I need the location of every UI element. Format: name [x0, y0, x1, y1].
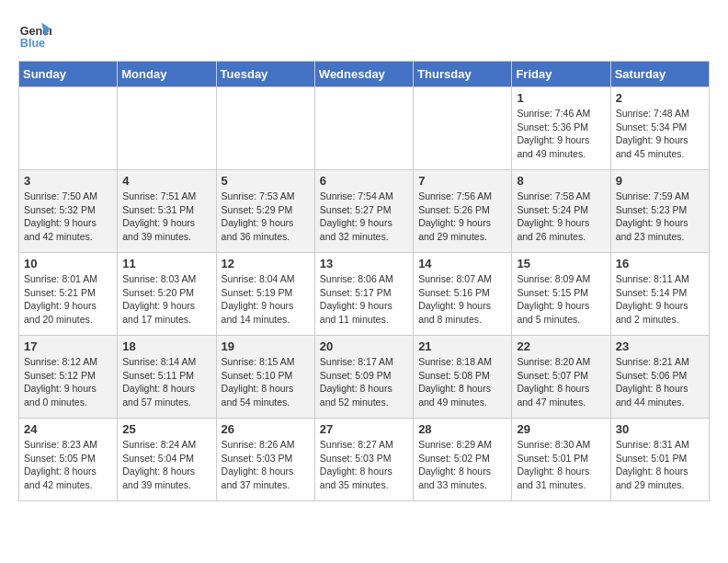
day-number: 18	[122, 339, 210, 353]
calendar-cell: 26Sunrise: 8:26 AM Sunset: 5:03 PM Dayli…	[216, 419, 314, 501]
day-number: 16	[616, 257, 704, 270]
day-number: 2	[616, 91, 704, 105]
day-info: Sunrise: 8:26 AM Sunset: 5:03 PM Dayligh…	[222, 438, 310, 492]
day-info: Sunrise: 7:51 AM Sunset: 5:31 PM Dayligh…	[122, 190, 210, 244]
calendar-cell: 21Sunrise: 8:18 AM Sunset: 5:08 PM Dayli…	[414, 336, 512, 419]
day-number: 9	[616, 174, 704, 188]
calendar-cell: 15Sunrise: 8:09 AM Sunset: 5:15 PM Dayli…	[512, 253, 610, 336]
calendar-cell: 11Sunrise: 8:03 AM Sunset: 5:20 PM Dayli…	[118, 253, 216, 336]
calendar-cell	[414, 87, 512, 170]
weekday-header: Tuesday	[216, 62, 314, 87]
day-number: 14	[418, 257, 506, 270]
calendar-cell: 28Sunrise: 8:29 AM Sunset: 5:02 PM Dayli…	[414, 419, 512, 501]
day-info: Sunrise: 8:15 AM Sunset: 5:10 PM Dayligh…	[222, 355, 310, 409]
calendar-cell: 18Sunrise: 8:14 AM Sunset: 5:11 PM Dayli…	[118, 336, 216, 419]
day-info: Sunrise: 8:31 AM Sunset: 5:01 PM Dayligh…	[616, 438, 704, 492]
calendar-cell: 7Sunrise: 7:56 AM Sunset: 5:26 PM Daylig…	[414, 170, 512, 253]
calendar-cell	[118, 87, 216, 170]
day-number: 19	[222, 339, 310, 353]
weekday-header: Sunday	[19, 62, 118, 87]
svg-text:Blue: Blue	[20, 37, 45, 50]
calendar-cell: 3Sunrise: 7:50 AM Sunset: 5:32 PM Daylig…	[19, 170, 118, 253]
day-info: Sunrise: 8:30 AM Sunset: 5:01 PM Dayligh…	[517, 438, 605, 492]
calendar-cell: 10Sunrise: 8:01 AM Sunset: 5:21 PM Dayli…	[19, 253, 118, 336]
day-number: 29	[517, 422, 605, 436]
calendar-week-row: 24Sunrise: 8:23 AM Sunset: 5:05 PM Dayli…	[19, 419, 710, 501]
day-info: Sunrise: 7:46 AM Sunset: 5:36 PM Dayligh…	[517, 107, 605, 161]
calendar-cell: 23Sunrise: 8:21 AM Sunset: 5:06 PM Dayli…	[610, 336, 709, 419]
day-number: 3	[24, 174, 112, 188]
calendar-cell: 9Sunrise: 7:59 AM Sunset: 5:23 PM Daylig…	[610, 170, 709, 253]
calendar-cell: 20Sunrise: 8:17 AM Sunset: 5:09 PM Dayli…	[314, 336, 413, 419]
day-info: Sunrise: 8:06 AM Sunset: 5:17 PM Dayligh…	[320, 272, 408, 327]
calendar-cell: 22Sunrise: 8:20 AM Sunset: 5:07 PM Dayli…	[512, 336, 610, 419]
day-number: 15	[517, 257, 605, 270]
day-info: Sunrise: 7:48 AM Sunset: 5:34 PM Dayligh…	[616, 107, 704, 161]
day-info: Sunrise: 8:18 AM Sunset: 5:08 PM Dayligh…	[418, 355, 506, 409]
day-info: Sunrise: 8:03 AM Sunset: 5:20 PM Dayligh…	[122, 272, 210, 327]
day-info: Sunrise: 7:59 AM Sunset: 5:23 PM Dayligh…	[616, 190, 704, 244]
day-number: 27	[320, 422, 408, 436]
calendar-week-row: 1Sunrise: 7:46 AM Sunset: 5:36 PM Daylig…	[19, 87, 710, 170]
calendar-cell	[19, 87, 118, 170]
weekday-header: Monday	[118, 62, 216, 87]
calendar-table: SundayMondayTuesdayWednesdayThursdayFrid…	[18, 61, 710, 501]
day-number: 25	[122, 422, 210, 436]
page-header: General Blue	[18, 18, 710, 52]
day-info: Sunrise: 7:56 AM Sunset: 5:26 PM Dayligh…	[418, 190, 506, 244]
day-info: Sunrise: 8:29 AM Sunset: 5:02 PM Dayligh…	[418, 438, 506, 492]
calendar-cell: 13Sunrise: 8:06 AM Sunset: 5:17 PM Dayli…	[314, 253, 413, 336]
day-info: Sunrise: 8:04 AM Sunset: 5:19 PM Dayligh…	[222, 272, 310, 327]
calendar-cell: 17Sunrise: 8:12 AM Sunset: 5:12 PM Dayli…	[19, 336, 118, 419]
calendar-header-row: SundayMondayTuesdayWednesdayThursdayFrid…	[19, 62, 710, 87]
calendar-cell: 2Sunrise: 7:48 AM Sunset: 5:34 PM Daylig…	[610, 87, 709, 170]
calendar-cell: 24Sunrise: 8:23 AM Sunset: 5:05 PM Dayli…	[19, 419, 118, 501]
day-info: Sunrise: 8:01 AM Sunset: 5:21 PM Dayligh…	[24, 272, 112, 327]
day-info: Sunrise: 8:14 AM Sunset: 5:11 PM Dayligh…	[122, 355, 210, 409]
day-info: Sunrise: 8:23 AM Sunset: 5:05 PM Dayligh…	[24, 438, 112, 492]
day-number: 23	[616, 339, 704, 353]
weekday-header: Thursday	[414, 62, 512, 87]
day-number: 12	[222, 257, 310, 270]
day-info: Sunrise: 8:21 AM Sunset: 5:06 PM Dayligh…	[616, 355, 704, 409]
day-number: 22	[517, 339, 605, 353]
day-info: Sunrise: 8:27 AM Sunset: 5:03 PM Dayligh…	[320, 438, 408, 492]
calendar-cell: 8Sunrise: 7:58 AM Sunset: 5:24 PM Daylig…	[512, 170, 610, 253]
calendar-cell: 12Sunrise: 8:04 AM Sunset: 5:19 PM Dayli…	[216, 253, 314, 336]
day-info: Sunrise: 8:12 AM Sunset: 5:12 PM Dayligh…	[24, 355, 112, 409]
day-number: 6	[320, 174, 408, 188]
day-number: 21	[418, 339, 506, 353]
calendar-cell	[216, 87, 314, 170]
day-info: Sunrise: 8:24 AM Sunset: 5:04 PM Dayligh…	[122, 438, 210, 492]
calendar-cell: 27Sunrise: 8:27 AM Sunset: 5:03 PM Dayli…	[314, 419, 413, 501]
calendar-week-row: 17Sunrise: 8:12 AM Sunset: 5:12 PM Dayli…	[19, 336, 710, 419]
calendar-week-row: 10Sunrise: 8:01 AM Sunset: 5:21 PM Dayli…	[19, 253, 710, 336]
calendar-cell: 5Sunrise: 7:53 AM Sunset: 5:29 PM Daylig…	[216, 170, 314, 253]
logo-icon: General Blue	[18, 18, 51, 52]
calendar-cell	[314, 87, 413, 170]
day-number: 8	[517, 174, 605, 188]
day-number: 24	[24, 422, 112, 436]
weekday-header: Saturday	[610, 62, 709, 87]
calendar-cell: 25Sunrise: 8:24 AM Sunset: 5:04 PM Dayli…	[118, 419, 216, 501]
calendar-cell: 30Sunrise: 8:31 AM Sunset: 5:01 PM Dayli…	[610, 419, 709, 501]
calendar-cell: 29Sunrise: 8:30 AM Sunset: 5:01 PM Dayli…	[512, 419, 610, 501]
day-info: Sunrise: 8:11 AM Sunset: 5:14 PM Dayligh…	[616, 272, 704, 327]
day-info: Sunrise: 8:07 AM Sunset: 5:16 PM Dayligh…	[418, 272, 506, 327]
day-info: Sunrise: 7:50 AM Sunset: 5:32 PM Dayligh…	[24, 190, 112, 244]
day-number: 4	[122, 174, 210, 188]
day-number: 26	[222, 422, 310, 436]
calendar-cell: 6Sunrise: 7:54 AM Sunset: 5:27 PM Daylig…	[314, 170, 413, 253]
weekday-header: Wednesday	[314, 62, 413, 87]
day-number: 20	[320, 339, 408, 353]
day-number: 5	[222, 174, 310, 188]
logo: General Blue	[18, 18, 51, 52]
day-number: 30	[616, 422, 704, 436]
day-info: Sunrise: 8:17 AM Sunset: 5:09 PM Dayligh…	[320, 355, 408, 409]
calendar-cell: 16Sunrise: 8:11 AM Sunset: 5:14 PM Dayli…	[610, 253, 709, 336]
day-number: 10	[24, 257, 112, 270]
weekday-header: Friday	[512, 62, 610, 87]
calendar-cell: 14Sunrise: 8:07 AM Sunset: 5:16 PM Dayli…	[414, 253, 512, 336]
calendar-week-row: 3Sunrise: 7:50 AM Sunset: 5:32 PM Daylig…	[19, 170, 710, 253]
day-number: 13	[320, 257, 408, 270]
